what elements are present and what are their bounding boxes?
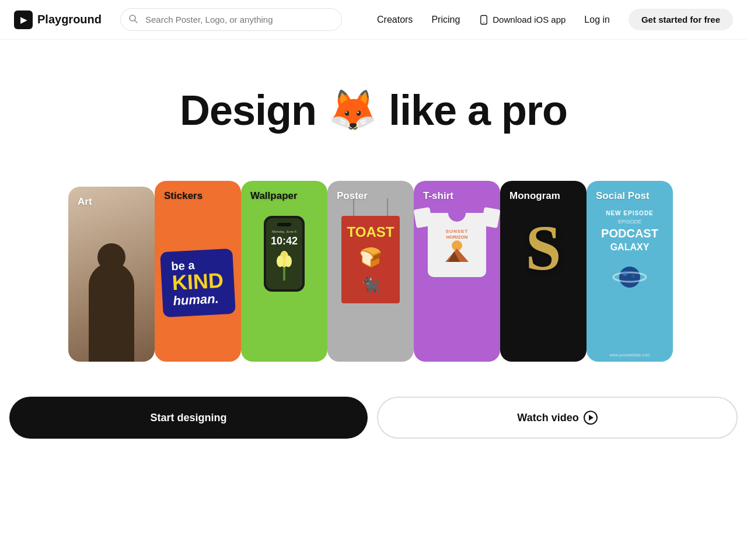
search-input[interactable] [120,8,342,31]
sticker-line2: KIND [172,270,224,294]
tshirt-sleeve-right [481,207,500,228]
poster-string-right [387,198,388,216]
sticker-line3: human. [173,291,225,309]
poster-frame: TOAST 🍞 🐈‍⬛ [341,216,400,303]
play-icon [584,411,598,425]
tshirt-shape: SUNSET HORIZON [428,213,486,277]
logo[interactable]: ▶ Playground [14,10,102,29]
card-label-monogram: Monogram [509,190,560,202]
logo-text: Playground [37,13,102,26]
art-head [97,243,125,271]
planet-icon [612,260,647,295]
category-card-poster[interactable]: Poster TOAST 🍞 🐈‍⬛ [327,181,414,362]
tshirt-design: SUNSET HORIZON [442,229,472,265]
svg-point-3 [484,22,485,23]
hero-emoji: 🦊 [328,87,377,134]
phone-time: 10:42 [271,236,298,246]
svg-point-13 [623,271,627,276]
phone-mockup: Monday, June 6 10:42 [264,216,305,292]
hero-section: Design 🦊 like a pro [0,40,747,158]
social-episode-label: EPISODE [618,219,641,225]
poster-inner: TOAST 🍞 🐈‍⬛ [341,216,400,303]
hero-title: Design 🦊 like a pro [180,86,567,134]
svg-line-1 [135,20,137,23]
card-label-tshirt: T-shirt [423,190,453,202]
svg-point-7 [285,256,292,267]
category-card-social-post[interactable]: Social Post NEW EPISODE EPISODE PODCAST … [587,181,673,362]
social-website: www.yourwebsite.com [609,353,650,357]
nav-creators[interactable]: Creators [377,15,413,25]
hero-title-left: Design [180,86,316,134]
login-button[interactable]: Log in [584,15,610,25]
svg-point-14 [631,274,635,278]
category-card-wallpaper[interactable]: Wallpaper Monday, June 6 10:42 [241,181,327,362]
nav-links: Creators Pricing Download iOS app Log in… [377,9,733,30]
category-card-stickers[interactable]: Stickers be a KIND human. [155,181,241,362]
tshirt-neck [448,212,466,222]
phone-date: Monday, June 6 [272,230,296,233]
art-image [68,187,155,362]
mountain-icon [442,240,472,263]
watch-video-label: Watch video [517,412,578,424]
social-galaxy: GALAXY [610,242,650,253]
ios-app-label: Download iOS app [493,15,566,24]
get-started-button[interactable]: Get started for free [629,9,733,30]
svg-point-11 [619,267,640,288]
phone-notch [277,223,291,226]
card-label-art: Art [78,196,92,208]
search-icon [128,14,138,26]
cat-emoji: 🐈‍⬛ [361,276,380,294]
phone-screen: Monday, June 6 10:42 [266,218,302,289]
card-label-poster: Poster [337,190,368,202]
svg-point-6 [277,256,284,267]
toast-emoji: 🍞 [359,246,382,268]
nav-pricing[interactable]: Pricing [431,15,460,25]
social-content: NEW EPISODE EPISODE PODCAST GALAXY www.y… [587,181,673,362]
social-new-episode: NEW EPISODE [606,210,654,216]
category-card-monogram[interactable]: Monogram S [500,181,587,362]
poster-title-text: TOAST [347,225,395,239]
card-label-wallpaper: Wallpaper [250,190,298,202]
hero-title-right: like a pro [389,86,567,134]
play-triangle [589,415,594,421]
watch-video-button[interactable]: Watch video [377,397,738,439]
category-card-art[interactable]: Art [68,187,155,362]
tulip-icon [273,249,296,284]
logo-icon: ▶ [14,10,33,29]
sticker-content: be a KIND human. [155,181,241,362]
ios-app-button[interactable]: Download iOS app [479,15,566,25]
card-label-social-post: Social Post [596,190,650,202]
art-body [89,262,134,362]
tshirt-sleeve-left [414,207,433,228]
header: ▶ Playground Creators Pricing Download i… [0,0,747,40]
mobile-icon [479,15,489,25]
social-podcast-title: PODCAST [601,227,658,240]
cta-section: Start designing Watch video [0,362,747,439]
start-designing-button[interactable]: Start designing [9,397,368,439]
category-card-tshirt[interactable]: T-shirt SUNSET HORIZON [414,181,500,362]
categories-section: Art Stickers be a KIND human. Wallpaper … [0,158,747,362]
search-bar [120,8,342,31]
card-label-stickers: Stickers [164,190,203,202]
